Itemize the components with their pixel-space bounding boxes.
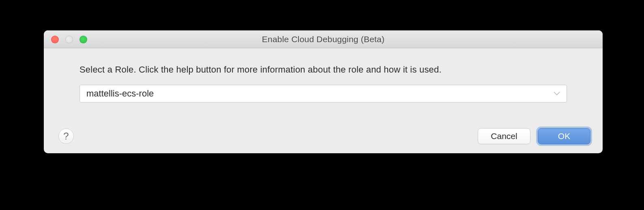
traffic-lights <box>51 36 87 43</box>
instruction-text: Select a Role. Click the help button for… <box>79 64 567 75</box>
dialog-window: Enable Cloud Debugging (Beta) Select a R… <box>44 30 603 153</box>
cancel-button[interactable]: Cancel <box>478 128 530 144</box>
dialog-content: Select a Role. Click the help button for… <box>44 48 603 103</box>
titlebar: Enable Cloud Debugging (Beta) <box>44 30 603 48</box>
minimize-window-button[interactable] <box>65 36 73 43</box>
chevron-down-icon <box>554 92 560 96</box>
help-button[interactable]: ? <box>58 129 74 144</box>
ok-button-label: OK <box>558 131 570 141</box>
role-select[interactable]: mattellis-ecs-role <box>79 85 567 103</box>
help-icon: ? <box>63 131 69 142</box>
close-window-button[interactable] <box>51 36 59 43</box>
ok-button[interactable]: OK <box>538 128 590 144</box>
dialog-footer: ? Cancel OK <box>44 128 603 144</box>
maximize-window-button[interactable] <box>79 36 87 43</box>
role-select-value: mattellis-ecs-role <box>86 88 154 99</box>
cancel-button-label: Cancel <box>491 131 517 141</box>
window-title: Enable Cloud Debugging (Beta) <box>44 34 603 44</box>
